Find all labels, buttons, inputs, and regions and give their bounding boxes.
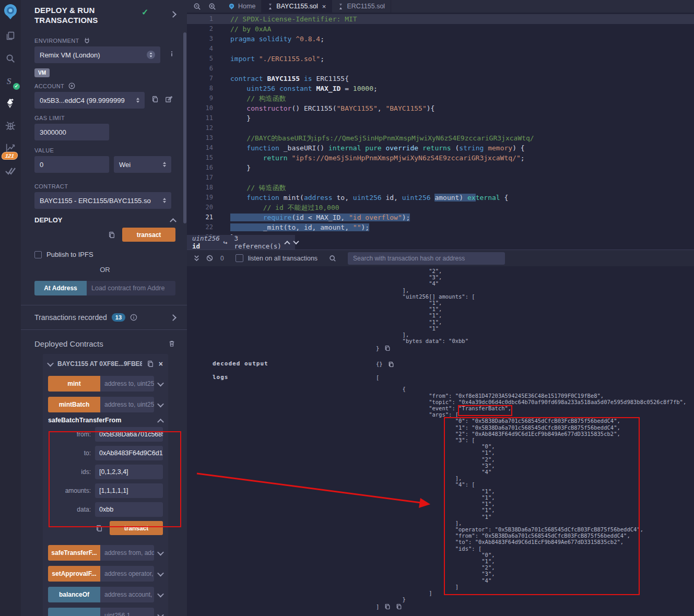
copy-instance-address-icon[interactable] <box>147 360 154 368</box>
environment-select[interactable]: Remix VM (London) <box>34 46 160 63</box>
copy-account-icon[interactable] <box>151 96 159 103</box>
function-button-balanceof[interactable]: balanceOf <box>48 587 100 602</box>
code-line[interactable]: 14 function _baseURI() internal pure ove… <box>187 143 694 153</box>
zoom-out-icon[interactable] <box>193 3 201 10</box>
deploy-transact-button[interactable]: transact <box>122 228 175 242</box>
expand-function-icon[interactable] <box>158 572 163 576</box>
environment-info-icon[interactable] <box>168 50 175 57</box>
expand-function-icon[interactable] <box>158 551 163 555</box>
code-line[interactable]: 4 <box>187 44 694 54</box>
tab-home[interactable]: Home <box>222 0 262 13</box>
code-line[interactable]: 21 require(id < MAX_ID, "id overflow"); <box>187 212 694 222</box>
code-line[interactable]: 3pragma solidity ^0.8.4; <box>187 34 694 44</box>
copy-decoded-output-icon[interactable] <box>388 361 394 368</box>
reference-peek-bar[interactable]: uint256 id ↪ 3 reference(s) <box>187 235 295 250</box>
previous-reference-icon[interactable] <box>285 240 289 244</box>
expand-function-icon[interactable] <box>158 402 163 407</box>
next-reference-icon[interactable] <box>294 240 298 244</box>
goto-reference-icon[interactable]: ↪ <box>224 239 228 246</box>
add-account-icon[interactable] <box>68 82 75 89</box>
function-args-input[interactable]: uint256 1 <box>100 608 154 616</box>
code-line[interactable]: 17 <box>187 173 694 183</box>
code-line[interactable]: 1// SPDX-License-Identifier: MIT <box>187 14 694 24</box>
code-line[interactable]: 10 constructor() ERC1155("BAYC1155", "BA… <box>187 103 694 113</box>
function-button-mint[interactable]: mint <box>48 376 100 392</box>
code-line[interactable]: 5import "./ERC1155.sol"; <box>187 54 694 64</box>
code-line[interactable]: 22 _mint(to, id, amount, ""); <box>187 222 694 232</box>
code-line[interactable]: 8 uint256 constant MAX_ID = 10000; <box>187 84 694 93</box>
account-stepper-icon[interactable] <box>136 98 139 103</box>
unit-stepper-icon[interactable] <box>163 162 166 167</box>
file-explorer-icon[interactable] <box>4 29 17 43</box>
sbt-transact-button[interactable]: transact <box>110 521 163 535</box>
close-tab-icon[interactable]: × <box>322 3 326 10</box>
function-args-input[interactable]: address account, uint2 <box>100 587 154 602</box>
search-icon[interactable] <box>4 52 17 65</box>
function-button-safetransferf[interactable]: safeTransferF... <box>48 545 100 561</box>
function-args-input[interactable]: address to, uint256 id, <box>100 376 154 392</box>
copy-value-icon[interactable] <box>384 345 391 351</box>
param-input-from[interactable]: 0x5B38Da6a701c568545d <box>95 427 163 442</box>
panel-expand-icon[interactable] <box>171 9 175 19</box>
code-editor[interactable]: 1// SPDX-License-Identifier: MIT2// by 0… <box>187 13 694 250</box>
listen-all-transactions-checkbox[interactable] <box>236 254 243 262</box>
function-args-input[interactable]: address to, uint256[] i <box>100 397 154 412</box>
clear-instances-trash-icon[interactable] <box>168 340 175 347</box>
tab-erc1155-sol[interactable]: ERC1155.sol <box>332 0 391 13</box>
function-button-mintbatch[interactable]: mintBatch <box>48 397 100 412</box>
terminal-collapse-icon[interactable] <box>193 255 200 262</box>
value-unit-select[interactable]: Wei <box>114 156 171 173</box>
transactions-expand-icon[interactable] <box>171 315 175 320</box>
expand-function-icon[interactable] <box>158 613 163 616</box>
close-instance-icon[interactable]: × <box>159 360 163 368</box>
function-button-partial[interactable] <box>48 608 100 616</box>
code-line[interactable]: 6 <box>187 64 694 74</box>
tab-bayc1155-sol[interactable]: BAYC1155.sol × <box>262 0 332 13</box>
transactions-info-icon[interactable] <box>130 314 137 321</box>
account-select[interactable]: 0x5B3...eddC4 (99.9999999 <box>34 92 145 109</box>
code-line[interactable]: 7contract BAYC1155 is ERC1155{ <box>187 74 694 84</box>
zoom-in-icon[interactable] <box>208 3 216 10</box>
at-address-input[interactable]: Load contract from Addre <box>87 281 175 295</box>
copy-raw-logs-icon[interactable] <box>396 603 402 610</box>
code-line[interactable]: 12 <box>187 123 694 133</box>
clear-terminal-icon[interactable] <box>206 255 213 262</box>
expand-function-icon[interactable] <box>158 593 163 597</box>
sign-message-icon[interactable] <box>165 96 172 103</box>
param-input-amounts[interactable]: [1,1,1,1,1] <box>95 483 163 498</box>
sbt-collapse-icon[interactable] <box>158 418 163 423</box>
panel-scrollbar[interactable] <box>183 32 186 223</box>
value-input[interactable] <box>34 156 109 173</box>
gas-limit-input[interactable] <box>34 124 109 140</box>
code-line[interactable]: 13 //BAYC的baseURI为ipfs://QmeSjSinHpPnmXm… <box>187 133 694 143</box>
copy-logs-icon[interactable] <box>384 603 391 610</box>
param-input-to[interactable]: 0xAb8483F64d9C6d1EcF9 <box>95 446 163 460</box>
contract-stepper-icon[interactable] <box>163 198 166 203</box>
param-input-ids[interactable]: [0,1,2,3,4] <box>95 465 163 479</box>
terminal-output[interactable]: "2", "3", "4" ], "uint256[] amounts": [ … <box>187 266 694 616</box>
param-input-data[interactable]: 0xbb <box>95 502 163 517</box>
expand-function-icon[interactable] <box>158 382 163 386</box>
contract-select[interactable]: BAYC1155 - ERC1155/BAYC1155.so <box>34 192 171 209</box>
code-line[interactable]: 15 return "ipfs://QmeSjSinHpPnmXmspMjwiX… <box>187 153 694 163</box>
solidity-compiler-icon[interactable]: S ✓ <box>4 74 17 88</box>
deploy-collapse-icon[interactable] <box>171 218 175 222</box>
code-line[interactable]: 9 // 构造函数 <box>187 93 694 103</box>
copy-sbt-calldata-icon[interactable] <box>96 525 103 532</box>
unit-testing-icon[interactable] <box>4 164 17 177</box>
instance-collapse-icon[interactable] <box>48 362 53 366</box>
function-args-input[interactable]: address from, address <box>100 545 154 561</box>
environment-stepper-icon[interactable] <box>147 51 155 59</box>
code-line[interactable]: 11 } <box>187 113 694 123</box>
code-line[interactable]: 2// by 0xAA <box>187 24 694 34</box>
code-line[interactable]: 20 // id 不能超过10,000 <box>187 203 694 212</box>
debugger-icon[interactable] <box>4 119 17 133</box>
code-line[interactable]: 18 // 铸造函数 <box>187 183 694 193</box>
copy-calldata-icon[interactable] <box>108 231 115 239</box>
terminal-search-input[interactable] <box>348 252 505 265</box>
code-line[interactable]: 19 function mint(address to, uint256 id,… <box>187 193 694 203</box>
publish-ipfs-checkbox[interactable] <box>34 251 42 258</box>
deploy-run-icon[interactable] <box>4 97 17 110</box>
function-button-setapprovalf[interactable]: setApprovalF... <box>48 566 100 582</box>
function-args-input[interactable]: address operator, bool <box>100 566 154 582</box>
